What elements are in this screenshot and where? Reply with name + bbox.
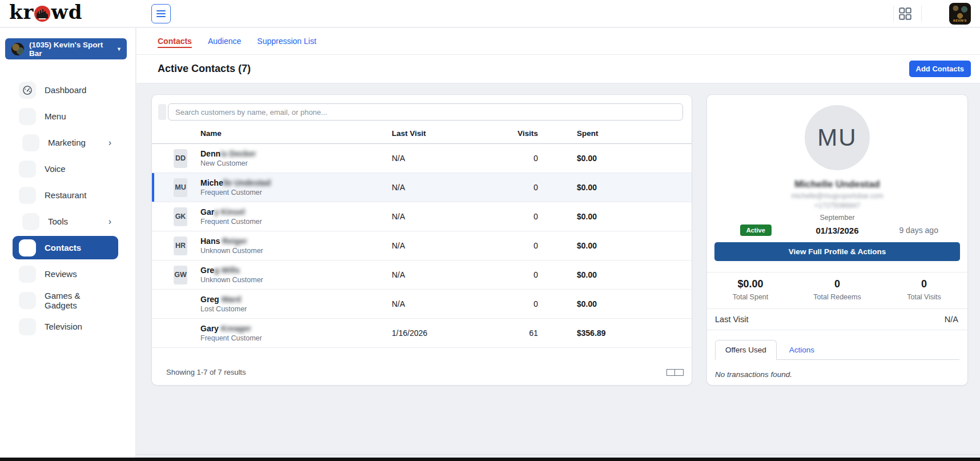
- profile-phone: +17275086847: [814, 202, 860, 210]
- sidebar-item-label: Games & Gadgets: [45, 291, 111, 310]
- customer-name: Gary: [200, 324, 219, 333]
- customer-name-blurred: lle Undestad: [223, 178, 271, 187]
- topbar-divider-2: [921, 6, 922, 22]
- results-count: Showing 1-7 of 7 results: [166, 368, 246, 376]
- visits-cell: 0: [500, 212, 538, 221]
- table-row[interactable]: Gary KreagerFrequent Customer 1/16/2026 …: [152, 319, 692, 348]
- add-contacts-button[interactable]: Add Contacts: [909, 61, 971, 77]
- sidebar-item-menu[interactable]: Menu: [0, 105, 111, 128]
- visits-cell: 61: [500, 328, 538, 338]
- visits-cell: 0: [500, 183, 538, 192]
- logo-text-post: wd: [51, 1, 82, 23]
- tools-icon: [22, 213, 39, 230]
- empty-transactions-message: No transactions found.: [715, 370, 959, 379]
- customer-segment: Frequent Customer: [200, 189, 392, 197]
- apps-grid-icon[interactable]: [897, 6, 913, 22]
- sidebar-item-label: Television: [45, 322, 82, 331]
- sidebar-item-label: Tools: [48, 217, 68, 226]
- dashboard-gauge-icon: [19, 82, 36, 99]
- sidebar-item-restaurant[interactable]: Restaurant: [0, 183, 111, 207]
- games-icon: [19, 292, 36, 309]
- sidebar-item-dashboard[interactable]: Dashboard: [0, 78, 111, 102]
- stat-value: 0: [794, 278, 881, 290]
- customer-name-blurred: Ward: [219, 295, 241, 304]
- customer-segment: Unknown Customer: [200, 247, 392, 255]
- table-row[interactable]: GW Greg WillsUnknown Customer N/A 0 $0.0…: [152, 260, 692, 290]
- hamburger-menu-button[interactable]: [151, 4, 171, 23]
- customer-name: Miche: [200, 178, 223, 187]
- visits-cell: 0: [500, 241, 538, 250]
- profile-date: 01/13/2026: [816, 226, 858, 235]
- pagination: [666, 369, 684, 376]
- column-visits: Visits: [500, 129, 538, 138]
- tab-contacts[interactable]: Contacts: [158, 37, 192, 46]
- last-visit-cell: N/A: [392, 270, 500, 279]
- content-bottom-divider: [136, 454, 980, 455]
- tab-actions[interactable]: Actions: [786, 340, 818, 359]
- tab-offers-used[interactable]: Offers Used: [715, 340, 777, 360]
- table-row[interactable]: GK Gary KinselFrequent Customer N/A 0 $0…: [152, 202, 692, 231]
- visits-cell: 0: [500, 270, 538, 279]
- sidebar-item-television[interactable]: Television: [0, 315, 111, 338]
- customer-name: Greg: [200, 295, 219, 304]
- search-row: [158, 103, 683, 121]
- profile-stats: $0.00 Total Spent 0 Total Redeems 0 Tota…: [707, 272, 967, 308]
- stat-label: Total Visits: [881, 293, 967, 301]
- sidebar-item-label: Voice: [45, 164, 66, 174]
- spent-cell: $0.00: [577, 270, 681, 279]
- table-row-selected[interactable]: MU Michelle UndestadFrequent Customer N/…: [152, 173, 692, 202]
- customer-name-blurred: Kreager: [219, 324, 251, 333]
- avatar: HR: [174, 236, 187, 255]
- sidebar-item-contacts[interactable]: Contacts: [13, 236, 118, 259]
- sidebar-item-label: Restaurant: [45, 190, 86, 200]
- sidebar-item-marketing[interactable]: Marketing ›: [0, 131, 111, 154]
- stat-value: $0.00: [707, 278, 794, 290]
- customer-segment: Lost Customer: [200, 305, 392, 313]
- column-spent: Spent: [577, 129, 681, 138]
- sidebar-item-games-gadgets[interactable]: Games & Gadgets: [0, 288, 111, 312]
- search-input[interactable]: [168, 103, 683, 121]
- profile-avatar: MU: [805, 105, 870, 170]
- table-row[interactable]: Greg WardLost Customer N/A 0 $0.00: [152, 290, 692, 319]
- visits-cell: 0: [500, 299, 538, 308]
- spent-cell: $356.89: [577, 328, 681, 338]
- sidebar-item-voice[interactable]: Voice: [0, 157, 111, 181]
- last-visit-value: N/A: [945, 315, 958, 324]
- next-page-button[interactable]: [674, 369, 684, 376]
- customer-name-blurred: y Kinsel: [214, 207, 245, 217]
- krowd-logo: krwd: [9, 1, 83, 23]
- profile-email: michelle@mugssportsbar.com: [792, 192, 883, 200]
- sidebar-item-tools[interactable]: Tools ›: [0, 210, 111, 233]
- sidebar-item-label: Reviews: [45, 269, 77, 279]
- contacts-icon: [19, 239, 36, 256]
- table-row[interactable]: HR Hans ReigerUnknown Customer N/A 0 $0.…: [152, 231, 692, 260]
- stat-label: Total Spent: [707, 293, 794, 301]
- stat-total-redeems: 0 Total Redeems: [794, 272, 881, 308]
- sidebar-item-label: Dashboard: [45, 85, 86, 95]
- tab-suppression-list[interactable]: Suppression List: [257, 37, 316, 46]
- customer-segment: Unknown Customer: [200, 276, 392, 284]
- profile-tabs: Offers Used Actions: [715, 339, 959, 360]
- tab-audience[interactable]: Audience: [208, 37, 241, 46]
- spent-cell: $0.00: [577, 154, 681, 163]
- profile-birth-month: September: [707, 214, 967, 222]
- section-header: Active Contacts (7) Add Contacts: [136, 54, 980, 83]
- account-avatar[interactable]: KEVIN'S: [949, 3, 971, 25]
- chevron-right-icon: ›: [109, 138, 111, 147]
- column-name: Name: [200, 129, 392, 138]
- sidebar-item-reviews[interactable]: Reviews: [0, 262, 111, 286]
- last-visit-cell: 1/16/2026: [392, 328, 500, 338]
- reviews-icon: [19, 266, 36, 283]
- view-full-profile-button[interactable]: View Full Profile & Actions: [714, 242, 960, 261]
- page-tabs: Contacts Audience Suppression List: [136, 28, 980, 54]
- last-visit-row: Last Visit N/A: [707, 308, 967, 330]
- customer-name: Gre: [200, 266, 214, 275]
- merchant-selector[interactable]: (1035) Kevin's Sport Bar ▾: [5, 38, 127, 59]
- profile-name: Michelle Undestad: [794, 179, 879, 190]
- marketing-icon: [22, 134, 39, 151]
- table-row[interactable]: DD Dennis DeckerNew Customer N/A 0 $0.00: [152, 144, 692, 173]
- avatar: MU: [174, 178, 187, 197]
- chevron-right-icon: ›: [109, 217, 111, 226]
- restaurant-icon: [19, 187, 36, 204]
- spent-cell: $0.00: [577, 183, 681, 192]
